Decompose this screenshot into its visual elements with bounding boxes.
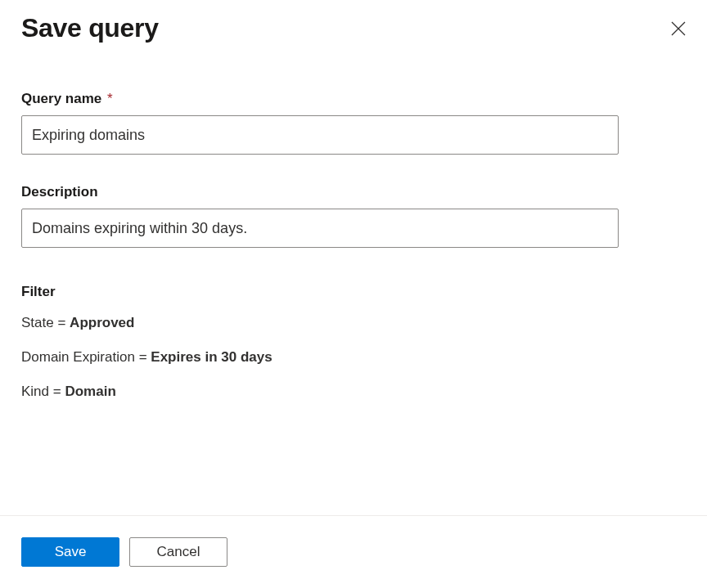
save-query-dialog: Save query Query name * Description Filt… (0, 0, 707, 588)
query-name-input[interactable] (21, 115, 619, 155)
close-button[interactable] (668, 18, 689, 39)
description-input[interactable] (21, 209, 619, 248)
query-name-group: Query name * (21, 91, 686, 155)
filter-row: State = Approved (21, 315, 686, 331)
dialog-header: Save query (21, 13, 686, 43)
filter-value: Approved (70, 315, 134, 330)
filter-operator: = (57, 315, 65, 330)
filter-value: Domain (65, 384, 115, 399)
filter-heading: Filter (21, 284, 686, 300)
filter-section: Filter State = Approved Domain Expiratio… (21, 284, 686, 418)
filter-row: Kind = Domain (21, 384, 686, 400)
query-name-label: Query name * (21, 91, 686, 107)
filter-operator: = (53, 384, 61, 399)
filter-field: State (21, 315, 54, 330)
description-group: Description (21, 184, 686, 248)
filter-field: Kind (21, 384, 49, 399)
filter-field: Domain Expiration (21, 349, 135, 365)
dialog-title: Save query (21, 13, 159, 43)
close-icon (671, 21, 686, 36)
filter-row: Domain Expiration = Expires in 30 days (21, 349, 686, 366)
description-label: Description (21, 184, 686, 200)
dialog-footer: Save Cancel (0, 515, 707, 588)
required-indicator: * (107, 91, 113, 106)
filter-operator: = (139, 349, 147, 365)
query-name-label-text: Query name (21, 91, 101, 106)
cancel-button[interactable]: Cancel (129, 537, 227, 567)
filter-value: Expires in 30 days (151, 349, 272, 365)
save-button[interactable]: Save (21, 537, 119, 567)
